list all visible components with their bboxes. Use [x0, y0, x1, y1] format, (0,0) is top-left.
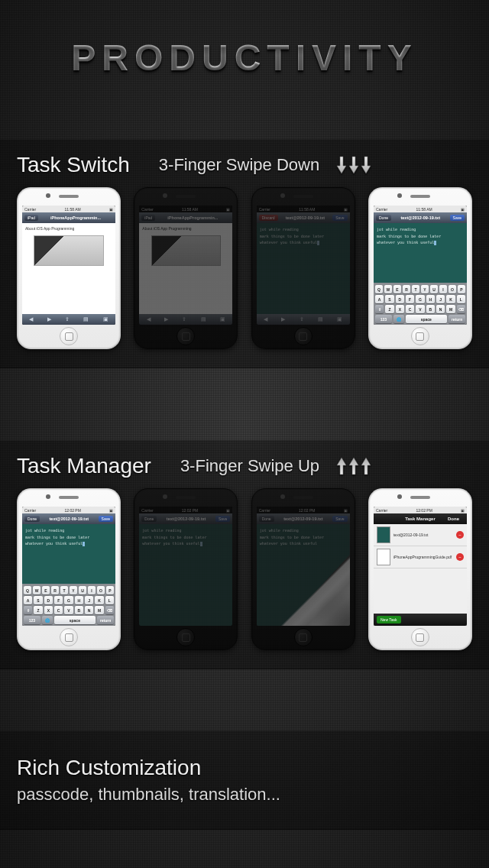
- section-header: Task Manager 3-Finger Swipe Up: [17, 441, 472, 484]
- task-list: text@2012-09-19.txt − iPhoneAppProgrammi…: [374, 524, 467, 626]
- task-item[interactable]: iPhoneAppProgrammingGuide.pdf −: [374, 546, 467, 568]
- section-header: Task Switch 3-Finger Swipe Down: [17, 140, 472, 183]
- save-button[interactable]: Save: [450, 215, 465, 221]
- share-icon[interactable]: ⇪: [65, 316, 70, 322]
- tabs-icon[interactable]: ▣: [103, 316, 108, 322]
- nav-bar: iPad iPhoneAppProgrammin...: [22, 212, 115, 223]
- keyboard[interactable]: QWERTYUIOP ASDFGHJKL ⇧ZXCVBNM⌫ 123🌐space…: [374, 283, 467, 325]
- home-button[interactable]: [60, 327, 78, 345]
- thumbnail-icon: [377, 526, 390, 543]
- task-manager-footer: New Task: [374, 614, 467, 626]
- bookmarks-icon[interactable]: ▤: [83, 316, 89, 322]
- editor-area[interactable]: jot while reading mark things to be done…: [374, 223, 467, 283]
- fwd-icon[interactable]: ▶: [47, 316, 51, 322]
- page-title: Productivity: [0, 0, 489, 79]
- phone-mock: Carrier12:02 PM▣ Done text@2012-09-19.tx…: [251, 488, 355, 650]
- section-heading: Task Switch: [17, 153, 130, 177]
- close-icon[interactable]: −: [456, 553, 464, 561]
- close-icon[interactable]: −: [456, 531, 464, 539]
- home-button[interactable]: [411, 628, 429, 646]
- task-switch-phones: Carrier11:58 AM▣ iPad iPhoneAppProgrammi…: [17, 187, 472, 355]
- keyboard[interactable]: QWERTYUIOP ASDFGHJKL ⇧ZXCVBNM⌫ 123🌐space…: [22, 584, 115, 626]
- back-icon[interactable]: ◀: [29, 316, 33, 322]
- section-heading: Rich Customization: [17, 756, 472, 780]
- editor-area[interactable]: jot while reading mark things to be done…: [22, 524, 115, 584]
- phone-mock: Carrier11:58 AM▣ Done text@2012-09-19.tx…: [368, 187, 472, 349]
- arrows-up-icon: [336, 456, 371, 476]
- gesture-hint: 3-Finger Swipe Down: [159, 155, 319, 175]
- save-button[interactable]: Save: [99, 516, 113, 522]
- gesture-hint: 3-Finger Swipe Up: [180, 456, 319, 476]
- nav-bar: Done text@2012-09-19.txt Save: [374, 212, 467, 223]
- task-manager-header: Done Task Manager: [374, 513, 467, 524]
- status-bar: Carrier11:58 AM▣: [22, 206, 115, 212]
- done-button[interactable]: Done: [376, 215, 391, 221]
- page-title-label: iPhoneAppProgrammin...: [38, 215, 113, 220]
- task-manager-phones: Carrier12:02 PM▣ Done text@2012-09-19.tx…: [17, 488, 472, 656]
- phone-mock: Carrier11:58 AM▣ iPad iPhoneAppProgrammi…: [17, 187, 121, 349]
- task-item[interactable]: text@2012-09-19.txt −: [374, 524, 467, 546]
- thumbnail-icon: [377, 549, 390, 565]
- arrows-down-icon: [336, 155, 371, 175]
- filename-label: text@2012-09-19.txt: [391, 215, 450, 220]
- phone-mock: Carrier12:02 PM▣ Done text@2012-09-19.tx…: [17, 488, 121, 650]
- phone-mock: Carrier11:58 AM▣ iPad iPhoneAppProgrammi…: [134, 187, 238, 349]
- hero-image: [34, 235, 103, 266]
- home-button[interactable]: [60, 628, 78, 646]
- done-button[interactable]: Done: [24, 516, 40, 522]
- section-task-switch: Task Switch 3-Finger Swipe Down Carrier1…: [0, 139, 489, 368]
- section-customization: Rich Customization passcode, thumbnails,…: [0, 730, 489, 830]
- body-heading: About iOS App Programming: [25, 226, 112, 231]
- section-subheading: passcode, thumbnails, translation...: [17, 785, 472, 805]
- phone-mock: Carrier12:02 PM▣ Done text@2012-09-19.tx…: [134, 488, 238, 650]
- home-button[interactable]: [411, 327, 429, 345]
- toolbar: ◀ ▶ ⇪ ▤ ▣: [22, 314, 115, 325]
- done-button[interactable]: Done: [448, 517, 459, 521]
- new-task-button[interactable]: New Task: [377, 616, 401, 623]
- section-heading: Task Manager: [17, 454, 151, 478]
- section-task-manager: Task Manager 3-Finger Swipe Up Carrier12…: [0, 440, 489, 669]
- back-button[interactable]: iPad: [24, 215, 38, 221]
- phone-mock: Carrier12:02 PM▣ Done Task Manager text@…: [368, 488, 472, 650]
- phone-mock: Carrier11:58 AM▣ Discard text@2012-09-19…: [251, 187, 355, 349]
